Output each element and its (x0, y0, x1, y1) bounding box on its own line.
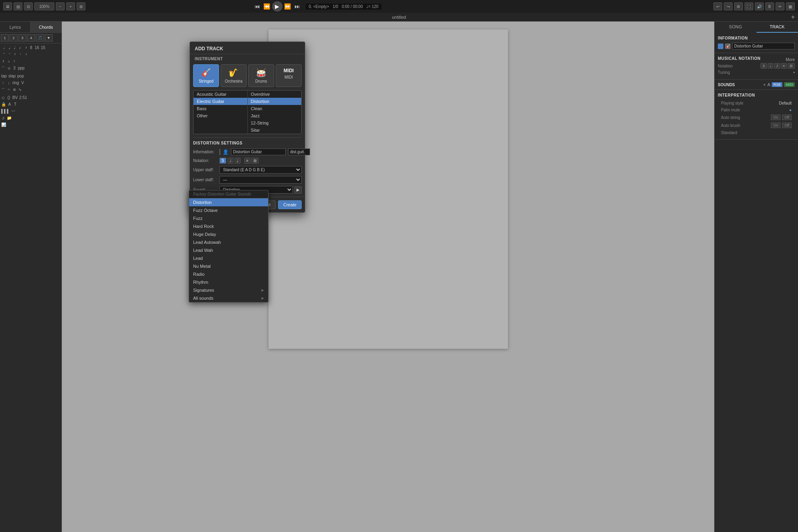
dropdown-item-all-sounds[interactable]: All sounds ▶ (189, 294, 268, 302)
tab-chords[interactable]: Chords (31, 22, 61, 32)
notation-btn-slash[interactable]: ♩ (235, 158, 241, 164)
ring-sym: ring (12, 80, 20, 85)
note-sym-4: ♪ (18, 45, 22, 51)
dropdown-item-lead[interactable]: Lead (189, 254, 268, 262)
go-start-btn[interactable]: ⏮ (253, 2, 262, 10)
list-item-acoustic[interactable]: Acoustic Guitar (194, 91, 247, 98)
notation-btn-lines[interactable]: ≡ (244, 158, 251, 164)
notation-right-btn2[interactable]: ♩ (768, 63, 773, 69)
tab-lyrics[interactable]: Lyrics (0, 22, 31, 32)
list-item-distortion[interactable]: Distortion (248, 98, 302, 105)
color-swatch[interactable] (219, 149, 220, 155)
list-item-jazz[interactable]: Jazz (248, 112, 302, 119)
dropdown-item-distortion[interactable]: Distortion (189, 198, 268, 206)
position-label: 0. <Empty> (309, 4, 329, 9)
dropdown-item-lead-wah[interactable]: Lead Wah (189, 246, 268, 254)
monitor-icon[interactable]: 🖥 (3, 2, 12, 10)
tab-drums[interactable]: 🥁 Drums (248, 64, 274, 87)
create-btn[interactable]: Create (278, 200, 302, 209)
midi-icon: MIDI (284, 68, 294, 73)
auto-brush-on[interactable]: On (771, 123, 780, 128)
upper-staff-select[interactable]: Standard (E A D G B E) (219, 166, 302, 174)
notation-btn-standard[interactable]: S (219, 158, 226, 164)
add-track-plus-btn[interactable]: + (791, 14, 795, 21)
tab-orchestra[interactable]: 🎷 Orchestra (221, 64, 247, 87)
sounds-std-badge[interactable]: RSE (772, 82, 782, 87)
sounds-actions: + A RSE MIDI (763, 82, 795, 87)
auto-brush-off[interactable]: Off (782, 123, 792, 128)
short-name-input[interactable] (288, 148, 310, 155)
go-end-btn[interactable]: ⏭ (293, 2, 302, 10)
more-btn[interactable]: More (786, 57, 795, 62)
dropdown-item-huge-delay[interactable]: Huge Delay (189, 230, 268, 238)
zoom-in-icon[interactable]: + (66, 2, 75, 10)
auto-string-off[interactable]: Off (782, 115, 792, 120)
dropdown-item-nu-metal[interactable]: Nu Metal (189, 262, 268, 270)
list-item-other[interactable]: Other (194, 112, 247, 119)
rewind-btn[interactable]: ⏪ (263, 2, 271, 10)
sounds-text-btn[interactable]: A (767, 82, 770, 87)
dropdown-item-rhythm[interactable]: Rhythm (189, 278, 268, 286)
slur-sym: ∪ (6, 65, 11, 72)
pen-icon[interactable]: ✏ (776, 2, 784, 10)
grid-icon[interactable]: ⊞ (77, 2, 85, 10)
tab-midi[interactable]: MIDI MIDI (276, 64, 302, 87)
dropdown-item-signatures[interactable]: Signatures ▶ (189, 286, 268, 294)
vib-sym: ∿ (18, 87, 22, 93)
settings-icon[interactable]: ⚙ (734, 2, 743, 10)
tab-stringed[interactable]: 🎸 Stringed (193, 64, 219, 87)
notation-right-btn1[interactable]: S (760, 63, 767, 69)
notation-right-btn4[interactable]: ≡ (781, 63, 787, 69)
right-instrument-list: Overdrive Distortion Clean Jazz 12-Strin… (248, 91, 302, 134)
notation-btn-grid[interactable]: ⊞ (251, 158, 259, 164)
list-item-electric[interactable]: Electric Guitar (194, 98, 247, 105)
wave-sym: ~ (6, 87, 11, 93)
dropdown-item-fuzz-octave[interactable]: Fuzz Octave (189, 206, 268, 214)
tap-sym: tap (1, 73, 7, 79)
track-name-input[interactable] (732, 43, 795, 49)
sounds-midi-badge[interactable]: MIDI (784, 82, 795, 87)
window-controls: 🖥 ▤ ⊟ 100% − + ⊞ (3, 2, 85, 10)
playing-style-row: Playing style Default (718, 100, 795, 107)
instrument-name-input[interactable] (231, 148, 286, 155)
play-btn[interactable]: ▶ (272, 1, 282, 12)
dropdown-item-lead-autowah[interactable]: Lead Autowah (189, 238, 268, 246)
redo-icon[interactable]: ↪ (724, 2, 733, 10)
auto-string-on[interactable]: On (771, 115, 780, 120)
list-item-12string[interactable]: 12-String (248, 119, 302, 127)
dropdown-item-radio[interactable]: Radio (189, 270, 268, 278)
notation-right-btn3[interactable]: J (774, 63, 780, 69)
list-item-overdrive[interactable]: Overdrive (248, 91, 302, 98)
list-item-sitar[interactable]: Sitar (248, 127, 302, 134)
measure-3: 3 (18, 34, 26, 42)
dialog-title: ADD TRACK (190, 42, 305, 54)
list-item-bass[interactable]: Bass (194, 105, 247, 112)
notation-row: Notation: S ♩ ♩ ≡ ⊞ (193, 158, 302, 164)
notation-right-btn5[interactable]: ⊞ (788, 63, 795, 69)
tab-song[interactable]: SONG (715, 22, 757, 33)
time-display: 0. <Empty> 1/0 0:00 / 00:00 ♩= 120 (306, 4, 382, 10)
sound-play-btn[interactable]: ▶ (294, 186, 302, 194)
dropdown-item-hard-rock[interactable]: Hard Rock (189, 222, 268, 230)
extra-icon[interactable]: ▦ (786, 2, 795, 10)
notation-label: Notation: (193, 158, 217, 163)
auto-string-toggle: On Off (771, 115, 792, 120)
right-sidebar: SONG TRACK INFORMATION 🎸 MUSICAL NOTATIO… (714, 22, 798, 532)
track-color[interactable] (718, 44, 723, 49)
lower-staff-select[interactable]: — (219, 176, 302, 184)
playing-style-value[interactable]: Default (779, 101, 792, 105)
zoom-display[interactable]: 100% (34, 2, 54, 10)
mixer-icon[interactable]: 🎚 (765, 2, 774, 10)
undo-icon[interactable]: ↩ (713, 2, 722, 10)
speaker-icon[interactable]: 🔊 (755, 2, 764, 10)
fast-forward-btn[interactable]: ⏩ (283, 2, 292, 10)
sounds-add-btn[interactable]: + (763, 82, 766, 87)
split-icon[interactable]: ⊟ (24, 2, 33, 10)
notation-btn-tab[interactable]: ♩ (227, 158, 233, 164)
zoom-out-icon[interactable]: − (56, 2, 65, 10)
dropdown-item-fuzz[interactable]: Fuzz (189, 214, 268, 222)
tab-track[interactable]: TRACK (757, 22, 798, 33)
list-item-clean[interactable]: Clean (248, 105, 302, 112)
view-icon[interactable]: ▤ (14, 2, 22, 10)
fullscreen-icon[interactable]: ⛶ (745, 2, 753, 10)
